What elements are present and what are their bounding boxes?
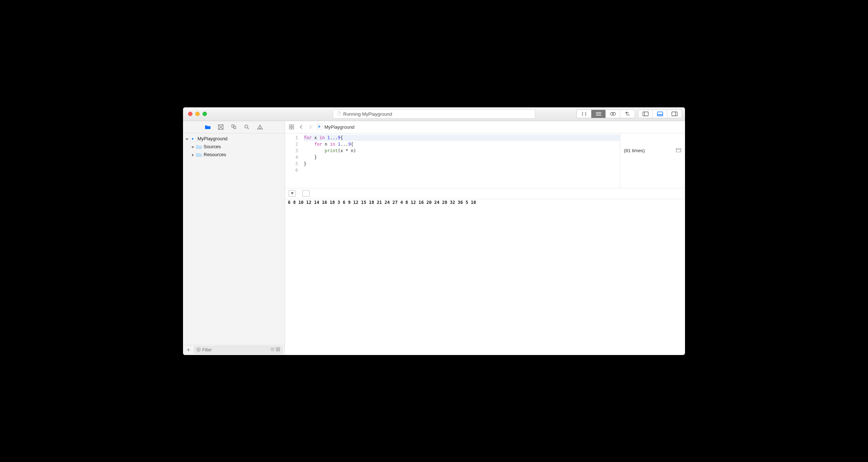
code-line-5[interactable]: }	[304, 161, 620, 167]
find-navigator-tab[interactable]	[231, 124, 237, 130]
svg-line-1	[339, 112, 340, 112]
close-window-button[interactable]	[188, 112, 192, 116]
svg-rect-41	[292, 127, 294, 129]
playground-icon	[317, 124, 322, 131]
version-editor-button[interactable]	[606, 110, 620, 118]
traffic-lights	[186, 112, 207, 116]
recent-filter-icon[interactable]	[271, 347, 275, 352]
editor-split: 123456 for x in 1...9{ for n in 1...9{ p…	[285, 133, 685, 188]
tree-item-myplayground[interactable]: MyPlayground	[183, 135, 285, 143]
navigator-bottom-bar: +	[183, 345, 285, 355]
code-line-1[interactable]: for x in 1...9{	[304, 134, 620, 141]
code-line-6[interactable]	[304, 167, 620, 174]
tree-item-resources[interactable]: Resources	[183, 151, 285, 159]
tree-item-label: Sources	[204, 144, 221, 149]
code-editor[interactable]: 123456 for x in 1...9{ for n in 1...9{ p…	[285, 133, 620, 188]
tree-item-label: MyPlayground	[197, 136, 227, 141]
navigator-tabs	[183, 121, 285, 133]
code-line-3[interactable]: print(x * n)	[304, 147, 620, 154]
forward-button[interactable]	[307, 124, 313, 129]
svg-rect-17	[657, 115, 663, 116]
quicklook-icon[interactable]	[676, 148, 681, 188]
tree-item-sources[interactable]: Sources	[183, 143, 285, 151]
jump-bar-file[interactable]: MyPlayground	[317, 124, 354, 131]
xcode-window: Running MyPlayground	[183, 107, 685, 355]
console-variables-toggle[interactable]	[302, 190, 310, 197]
svg-rect-13	[643, 112, 648, 116]
results-sidebar: (81 times)	[620, 133, 685, 188]
back-button[interactable]	[298, 124, 304, 129]
code-line-2[interactable]: for n in 1...9{	[304, 141, 620, 147]
filter-input[interactable]	[202, 347, 269, 352]
add-button[interactable]: +	[185, 347, 192, 353]
svg-rect-39	[292, 125, 294, 127]
jump-bar: MyPlayground	[285, 121, 685, 133]
svg-rect-43	[676, 148, 681, 152]
activity-status-bar[interactable]: Running MyPlayground	[333, 109, 535, 119]
svg-rect-18	[672, 112, 677, 116]
review-editor-button[interactable]	[620, 110, 635, 118]
code-content[interactable]: for x in 1...9{ for n in 1...9{ print(x …	[301, 133, 620, 188]
scm-filter-icon[interactable]	[276, 347, 280, 352]
result-count-label: (81 times)	[624, 148, 676, 188]
code-line-4[interactable]: }	[304, 154, 620, 161]
titlebar: Running MyPlayground	[183, 107, 685, 121]
symbol-navigator-tab[interactable]	[218, 124, 224, 130]
svg-point-28	[260, 128, 260, 129]
console-output-toggle[interactable]	[289, 190, 296, 197]
toggle-navigator-button[interactable]	[638, 110, 653, 118]
svg-point-12	[613, 112, 616, 115]
tree-item-label: Resources	[204, 152, 226, 157]
panel-visibility-segment	[638, 110, 682, 118]
svg-line-7	[337, 112, 338, 112]
assistant-editor-button[interactable]	[591, 110, 606, 118]
jump-bar-file-label: MyPlayground	[324, 124, 354, 130]
spinner-icon	[336, 111, 343, 117]
svg-line-3	[339, 114, 340, 115]
main-editor-area: MyPlayground 123456 for x in 1...9{ for …	[285, 121, 685, 355]
svg-rect-40	[289, 127, 291, 129]
toggle-utilities-button[interactable]	[667, 110, 682, 118]
related-items-icon[interactable]	[289, 124, 294, 129]
file-tree[interactable]: MyPlaygroundSourcesResources	[183, 133, 285, 345]
console-toolbar	[285, 188, 685, 199]
status-text: Running MyPlayground	[343, 111, 392, 117]
filter-icon	[196, 347, 201, 353]
svg-point-25	[245, 125, 248, 128]
toolbar-right	[576, 110, 682, 118]
search-navigator-tab[interactable]	[244, 124, 250, 130]
project-navigator-tab[interactable]	[205, 124, 211, 130]
issue-navigator-tab[interactable]	[257, 124, 263, 130]
chevron-right-icon[interactable]	[191, 153, 195, 157]
toggle-debug-area-button[interactable]	[653, 110, 667, 118]
minimize-window-button[interactable]	[195, 112, 200, 116]
chevron-down-icon[interactable]	[191, 145, 195, 149]
editor-mode-segment	[576, 110, 635, 118]
navigator-sidebar: MyPlaygroundSourcesResources +	[183, 121, 285, 355]
filter-box[interactable]	[194, 346, 282, 354]
console-output[interactable]: 6 8 10 12 14 16 18 3 6 9 12 15 18 21 24 …	[285, 199, 685, 355]
svg-line-5	[337, 114, 338, 115]
standard-editor-button[interactable]	[577, 110, 591, 118]
svg-line-26	[247, 128, 249, 129]
playground-icon	[190, 136, 196, 142]
folder-icon	[196, 152, 202, 157]
chevron-down-icon[interactable]	[185, 137, 190, 141]
svg-rect-38	[289, 125, 291, 127]
zoom-window-button[interactable]	[203, 112, 207, 116]
folder-icon	[196, 144, 202, 149]
line-gutter: 123456	[285, 133, 301, 188]
